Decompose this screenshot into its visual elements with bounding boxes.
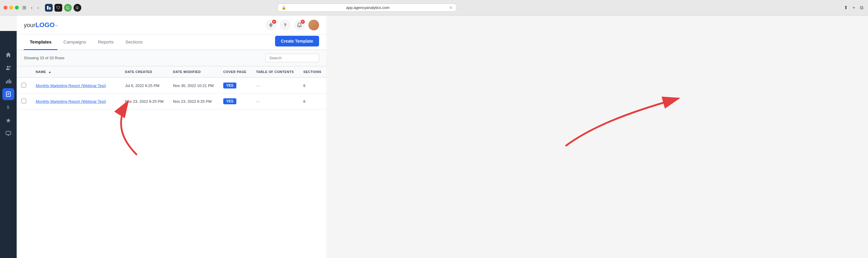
traffic-lights [4, 6, 19, 9]
row1-name-link[interactable]: Monthly Marketing Report (Webinar Test) [36, 83, 106, 88]
traffic-light-yellow[interactable] [9, 6, 13, 9]
nav-forward-btn[interactable]: › [36, 4, 40, 11]
logo: your LOGO ™ [24, 21, 58, 29]
svg-point-3 [9, 66, 11, 68]
templates-table: NAME ▲ DATE CREATED DATE MODIFIED COVER … [17, 66, 326, 109]
logo-tm: ™ [55, 24, 58, 28]
row1-date-modified: Nov 30, 2022 10:21 PM [168, 78, 218, 93]
table-header: NAME ▲ DATE CREATED DATE MODIFIED COVER … [17, 66, 326, 78]
notification-badge: ● [301, 20, 305, 24]
tab-sections[interactable]: Sections [120, 34, 149, 50]
th-cover-page: COVER PAGE [218, 66, 251, 78]
browser-chrome: ⊞ ‹ › 🛡 G ① 🔒 app.agencyanalytics.com ↻ … [0, 0, 868, 16]
row2-name: Monthly Marketing Report (Webinar Test) [31, 93, 120, 109]
sidebar-item-home[interactable] [2, 49, 14, 61]
showing-rows-text: Showing 33 of 33 Rows [24, 56, 65, 60]
table-row: Monthly Marketing Report (Webinar Test) … [17, 93, 326, 109]
th-sections: SECTIONS [299, 66, 326, 78]
nav-tabs: Templates Campaigns Reports Sections [24, 34, 149, 50]
sidebar-item-users[interactable] [2, 62, 14, 74]
row1-checkbox[interactable] [22, 83, 26, 88]
sidebar-toggle-btn[interactable]: ⊞ [21, 4, 27, 11]
row1-toc-dash: — [256, 83, 260, 88]
flash-icon-btn[interactable]: ● [266, 20, 276, 30]
svg-rect-7 [10, 81, 11, 83]
th-table-of-contents: TABLE OF CONTENTS [251, 66, 299, 78]
svg-rect-6 [9, 79, 10, 83]
user-avatar[interactable] [308, 20, 319, 30]
svg-rect-0 [47, 6, 49, 9]
tab-reports[interactable]: Reports [92, 34, 120, 50]
search-input[interactable] [266, 54, 319, 62]
sort-arrow-name: ▲ [48, 70, 51, 74]
tab-templates[interactable]: Templates [24, 34, 57, 50]
avatar-image [308, 20, 319, 30]
top-header: your LOGO ™ ● ? ● [17, 16, 326, 34]
th-date-created: DATE CREATED [120, 66, 168, 78]
traffic-light-red[interactable] [4, 6, 7, 9]
share-btn[interactable]: ⬆ [843, 4, 849, 11]
new-tab-btn[interactable]: + [851, 4, 857, 11]
svg-point-2 [7, 66, 9, 68]
notifications-btn[interactable]: ● [294, 20, 305, 30]
row2-sections: 6 [299, 93, 326, 109]
app-icon-1[interactable] [45, 4, 53, 11]
table-body: Monthly Marketing Report (Webinar Test) … [17, 78, 326, 109]
sidebar-item-chart[interactable] [2, 75, 14, 87]
app-icon-3[interactable]: G [64, 4, 72, 11]
row1-checkbox-cell [17, 78, 31, 93]
logo-brand-text: LOGO [35, 21, 55, 29]
header-actions: ● ? ● [266, 20, 319, 30]
create-template-button[interactable]: Create Template [275, 36, 319, 47]
row1-date-created: Jul 6, 2022 6:25 PM [120, 78, 168, 93]
row1-table-of-contents: — [251, 78, 299, 93]
browser-action-buttons: ⬆ + ⧉ [843, 4, 864, 11]
row1-yes-badge: YES [223, 83, 236, 88]
content-area: Showing 33 of 33 Rows NAME ▲ DATE CREATE… [17, 50, 326, 258]
row2-cover-page: YES [218, 93, 251, 109]
row2-name-link[interactable]: Monthly Marketing Report (Webinar Test) [36, 99, 106, 104]
flash-badge: ● [272, 20, 276, 24]
tab-campaigns[interactable]: Campaigns [57, 34, 92, 50]
svg-rect-4 [6, 81, 7, 83]
th-checkbox [17, 66, 31, 78]
sidebar-item-integrations[interactable] [2, 114, 14, 126]
row2-date-created: Nov 23, 2022 6:25 PM [120, 93, 168, 109]
row2-yes-badge: YES [223, 98, 236, 104]
sidebar-item-monitor[interactable] [2, 127, 14, 139]
app-icon-4[interactable]: ① [73, 4, 81, 11]
row2-toc-dash: — [256, 99, 260, 104]
nav-back-btn[interactable]: ‹ [30, 4, 34, 11]
th-date-modified: DATE MODIFIED [168, 66, 218, 78]
svg-rect-1 [49, 7, 51, 9]
svg-rect-5 [7, 80, 8, 83]
row2-table-of-contents: — [251, 93, 299, 109]
svg-marker-17 [269, 23, 272, 27]
url-text: app.agencyanalytics.com [288, 5, 448, 10]
row1-cover-page: YES [218, 78, 251, 93]
table-row: Monthly Marketing Report (Webinar Test) … [17, 78, 326, 93]
row2-checkbox-cell [17, 93, 31, 109]
logo-your-text: your [24, 22, 35, 29]
row2-checkbox[interactable] [22, 98, 26, 104]
sidebar-item-reports[interactable] [2, 88, 14, 100]
row1-sections: 6 [299, 78, 326, 93]
svg-marker-13 [6, 118, 11, 123]
row2-date-modified: Nov 23, 2022 6:25 PM [168, 93, 218, 109]
app-icon-2[interactable]: 🛡 [55, 4, 62, 11]
nav-tabs-area: Templates Campaigns Reports Sections Cre… [17, 34, 326, 50]
address-bar[interactable]: 🔒 app.agencyanalytics.com ↻ [278, 4, 456, 11]
windows-btn[interactable]: ⧉ [859, 4, 864, 11]
app-sidebar: $ [0, 31, 17, 258]
traffic-light-green[interactable] [15, 6, 19, 9]
sidebar-item-billing[interactable]: $ [2, 101, 14, 113]
svg-text:$: $ [7, 105, 9, 110]
row1-name: Monthly Marketing Report (Webinar Test) [31, 78, 120, 93]
th-name[interactable]: NAME ▲ [31, 66, 120, 78]
help-icon-btn[interactable]: ? [280, 20, 290, 30]
svg-rect-14 [6, 132, 11, 135]
